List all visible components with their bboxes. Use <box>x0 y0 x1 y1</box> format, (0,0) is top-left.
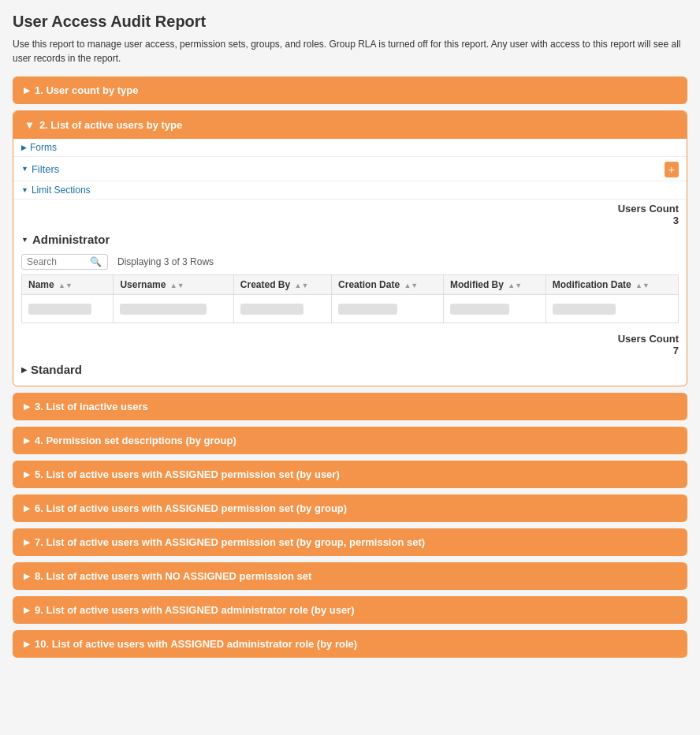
section-8-header[interactable]: ▶ 8. List of active users with NO ASSIGN… <box>13 562 687 590</box>
section-1-arrow: ▶ <box>24 86 30 95</box>
section-6-header[interactable]: ▶ 6. List of active users with ASSIGNED … <box>13 494 687 522</box>
section-2-header[interactable]: ▼ 2. List of active users by type <box>13 111 687 139</box>
table-row <box>22 295 679 323</box>
section-4-label: 4. Permission set descriptions (by group… <box>35 435 236 446</box>
cell-creation-date <box>332 295 444 323</box>
section-8-label: 8. List of active users with NO ASSIGNED… <box>35 570 311 582</box>
administrator-tri-icon: ▼ <box>21 236 28 244</box>
section-10-header[interactable]: ▶ 10. List of active users with ASSIGNED… <box>13 630 687 658</box>
section-2-arrow: ▼ <box>24 119 35 131</box>
col-modified-by[interactable]: Modified By ▲▼ <box>443 275 545 295</box>
section-10-label: 10. List of active users with ASSIGNED a… <box>35 638 357 650</box>
section-8-arrow: ▶ <box>24 572 30 580</box>
filters-arrow-icon: ▼ <box>21 165 28 173</box>
limit-sections-label: Limit Sections <box>32 185 91 196</box>
forms-label: Forms <box>30 142 57 153</box>
name-sort-icon: ▲▼ <box>58 282 73 289</box>
admin-search-icon: 🔍 <box>90 256 102 267</box>
admin-users-count-value: 3 <box>21 215 679 226</box>
limit-sections-row[interactable]: ▼ Limit Sections <box>13 181 687 200</box>
creation-date-sort-icon: ▲▼ <box>404 282 418 289</box>
section-7-arrow: ▶ <box>24 538 30 547</box>
admin-users-count-label: Users Count <box>21 203 679 215</box>
section-3-arrow: ▶ <box>24 402 30 411</box>
standard-users-count-value: 7 <box>21 345 679 356</box>
filters-row: ▼ Filters + <box>13 157 687 181</box>
section-9-header[interactable]: ▶ 9. List of active users with ASSIGNED … <box>13 596 687 624</box>
admin-table-container: Name ▲▼ Username ▲▼ Created By ▲▼ Creati… <box>13 274 687 323</box>
admin-search-row: 🔍 Displaying 3 of 3 Rows <box>13 251 687 274</box>
col-created-by[interactable]: Created By ▲▼ <box>233 275 331 295</box>
col-username[interactable]: Username ▲▼ <box>114 275 233 295</box>
administrator-title[interactable]: ▼ Administrator <box>13 228 687 251</box>
administrator-section: Users Count 3 ▼ Administrator 🔍 Displayi… <box>13 200 687 386</box>
section-6-arrow: ▶ <box>24 504 30 513</box>
col-modification-date[interactable]: Modification Date ▲▼ <box>545 275 678 295</box>
admin-table: Name ▲▼ Username ▲▼ Created By ▲▼ Creati… <box>21 274 679 323</box>
filters-link[interactable]: ▼ Filters <box>21 163 59 175</box>
section-5-header[interactable]: ▶ 5. List of active users with ASSIGNED … <box>13 461 687 488</box>
cell-created-by <box>233 295 331 323</box>
standard-users-count-container: Users Count 7 <box>13 330 687 358</box>
forms-row[interactable]: ▶ Forms <box>13 139 687 157</box>
section-3-label: 3. List of inactive users <box>35 401 148 412</box>
forms-arrow-icon: ▶ <box>21 144 27 151</box>
section-10-arrow: ▶ <box>24 640 30 648</box>
cell-username <box>114 295 233 323</box>
standard-label: Standard <box>31 363 82 376</box>
admin-search-input[interactable] <box>27 256 90 267</box>
administrator-label: Administrator <box>32 233 110 246</box>
section-1-header[interactable]: ▶ 1. User count by type <box>13 76 687 104</box>
section-9-arrow: ▶ <box>24 606 30 614</box>
cell-modification-date <box>545 295 678 323</box>
standard-tri-icon: ▶ <box>21 366 27 374</box>
section-2-label: 2. List of active users by type <box>39 119 182 131</box>
admin-users-count-container: Users Count 3 <box>13 200 687 228</box>
username-sort-icon: ▲▼ <box>170 282 184 289</box>
section-6-label: 6. List of active users with ASSIGNED pe… <box>35 502 347 514</box>
col-creation-date[interactable]: Creation Date ▲▼ <box>332 275 444 295</box>
standard-users-count-label: Users Count <box>21 333 679 345</box>
section-1-label: 1. User count by type <box>35 84 138 96</box>
admin-search-box: 🔍 <box>21 254 108 270</box>
modified-by-sort-icon: ▲▼ <box>508 282 522 289</box>
section-5-arrow: ▶ <box>24 470 30 479</box>
limit-sections-arrow-icon: ▼ <box>21 186 28 194</box>
admin-displaying-text: Displaying 3 of 3 Rows <box>117 256 214 267</box>
section-2-container: ▼ 2. List of active users by type ▶ Form… <box>13 110 687 386</box>
add-filter-button[interactable]: + <box>665 162 679 177</box>
section-7-label: 7. List of active users with ASSIGNED pe… <box>35 536 425 548</box>
section-4-arrow: ▶ <box>24 436 30 445</box>
col-name[interactable]: Name ▲▼ <box>22 275 114 295</box>
cell-name <box>22 295 114 323</box>
page-description: Use this report to manage user access, p… <box>13 37 687 65</box>
filters-label: Filters <box>32 163 59 175</box>
section-4-header[interactable]: ▶ 4. Permission set descriptions (by gro… <box>13 427 687 454</box>
section-7-header[interactable]: ▶ 7. List of active users with ASSIGNED … <box>13 528 687 556</box>
standard-title[interactable]: ▶ Standard <box>13 358 687 381</box>
section-3-header[interactable]: ▶ 3. List of inactive users <box>13 393 687 420</box>
section-9-label: 9. List of active users with ASSIGNED ad… <box>35 604 355 616</box>
page-title: User Access Audit Report <box>13 13 687 31</box>
section-5-label: 5. List of active users with ASSIGNED pe… <box>35 468 340 480</box>
created-by-sort-icon: ▲▼ <box>295 282 309 289</box>
cell-modified-by <box>443 295 545 323</box>
modification-date-sort-icon: ▲▼ <box>635 282 650 289</box>
